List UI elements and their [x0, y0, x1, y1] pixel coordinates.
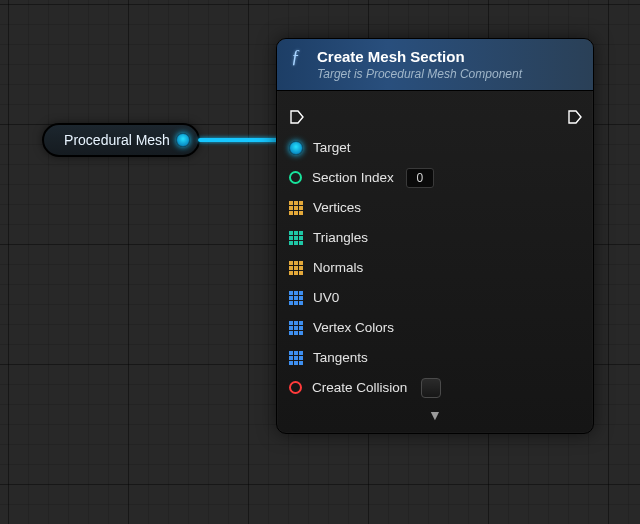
function-node-create-mesh-section[interactable]: Create Mesh Section Target is Procedural… [276, 38, 594, 434]
input-pin-uv0[interactable] [289, 291, 303, 305]
input-pin-triangles[interactable] [289, 231, 303, 245]
pin-label: Normals [313, 260, 363, 275]
variable-node-procedural-mesh[interactable]: Procedural Mesh [42, 123, 200, 157]
pin-row-vertices: Vertices [289, 193, 581, 223]
exec-out-pin[interactable] [567, 109, 581, 123]
node-body: Target Section Index 0 Vertices Triangle… [277, 91, 593, 433]
input-pin-normals[interactable] [289, 261, 303, 275]
variable-node-label: Procedural Mesh [64, 132, 170, 148]
node-header[interactable]: Create Mesh Section Target is Procedural… [277, 39, 593, 91]
input-pin-vertex-colors[interactable] [289, 321, 303, 335]
pin-row-create-collision: Create Collision [289, 373, 581, 403]
pin-label: Triangles [313, 230, 368, 245]
wire-procedural-mesh-to-target [198, 138, 288, 142]
pin-row-uv0: UV0 [289, 283, 581, 313]
pin-row-section-index: Section Index 0 [289, 163, 581, 193]
create-collision-checkbox[interactable] [421, 378, 441, 398]
output-pin-object[interactable] [176, 133, 190, 147]
pin-row-triangles: Triangles [289, 223, 581, 253]
pin-label: Target [313, 140, 351, 155]
pin-row-normals: Normals [289, 253, 581, 283]
pin-label: Vertex Colors [313, 320, 394, 335]
node-title: Create Mesh Section [317, 48, 522, 67]
expand-node-button[interactable]: ▼ [289, 403, 581, 427]
pin-row-tangents: Tangents [289, 343, 581, 373]
input-pin-create-collision[interactable] [289, 381, 302, 394]
pin-label: UV0 [313, 290, 339, 305]
input-pin-tangents[interactable] [289, 351, 303, 365]
pin-row-target: Target [289, 133, 581, 163]
input-pin-section-index[interactable] [289, 171, 302, 184]
input-pin-vertices[interactable] [289, 201, 303, 215]
exec-row [289, 101, 581, 131]
pin-label: Vertices [313, 200, 361, 215]
input-pin-target[interactable] [289, 141, 303, 155]
section-index-input[interactable]: 0 [406, 168, 434, 188]
pin-label: Tangents [313, 350, 368, 365]
function-icon [289, 50, 307, 68]
exec-in-pin[interactable] [289, 109, 303, 123]
node-subtitle: Target is Procedural Mesh Component [317, 67, 522, 82]
node-title-block: Create Mesh Section Target is Procedural… [317, 48, 522, 82]
pin-label: Section Index [312, 170, 394, 185]
pin-label: Create Collision [312, 380, 407, 395]
pin-row-vertex-colors: Vertex Colors [289, 313, 581, 343]
